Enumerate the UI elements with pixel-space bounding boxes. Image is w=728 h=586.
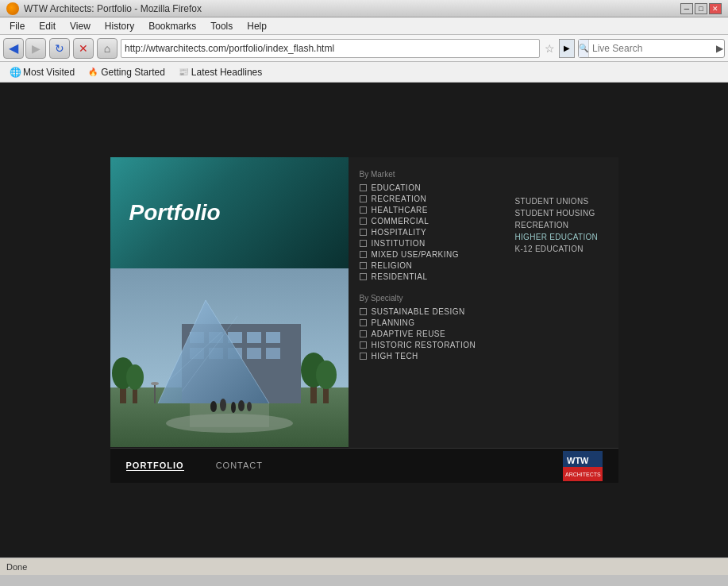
svg-rect-3 xyxy=(190,403,269,427)
building-svg xyxy=(110,268,349,447)
most-visited-icon: 🌐 xyxy=(10,67,21,78)
menu-view[interactable]: View xyxy=(64,19,97,33)
checkbox-residential[interactable] xyxy=(360,273,367,280)
svg-text:ARCHITECTS: ARCHITECTS xyxy=(565,472,601,477)
stop-button[interactable]: ✕ xyxy=(73,38,94,59)
back-button[interactable]: ◀ xyxy=(3,38,24,59)
specialty-item-high-tech[interactable]: HIGH TECH xyxy=(360,352,607,360)
label-hospitality[interactable]: HOSPITALITY xyxy=(372,228,427,237)
refresh-button[interactable]: ↻ xyxy=(49,38,70,59)
nav-bar: ◀ ▶ ↻ ✕ ⌂ http://wtwarchitects.com/portf… xyxy=(0,35,728,62)
submenu-student-unions[interactable]: STUDENT UNIONS xyxy=(515,197,611,206)
checkbox-historic[interactable] xyxy=(360,341,367,349)
svg-point-28 xyxy=(210,401,217,412)
home-button[interactable]: ⌂ xyxy=(97,38,117,59)
label-education[interactable]: EDUCATION xyxy=(372,183,422,192)
title-bar: WTW Architects: Portfolio - Mozilla Fire… xyxy=(0,0,728,17)
submenu-panel: STUDENT UNIONS STUDENT HOUSING RECREATIO… xyxy=(507,157,618,264)
specialty-item-sustainable[interactable]: SUSTAINABLE DESIGN xyxy=(360,307,607,316)
search-go-button[interactable]: ▶ xyxy=(715,40,724,57)
search-engine-icon[interactable]: 🔍 xyxy=(579,40,589,57)
status-bar: Done xyxy=(0,557,728,575)
checkbox-healthcare[interactable] xyxy=(360,206,367,214)
specialty-item-adaptive[interactable]: ADAPTIVE REUSE xyxy=(360,330,607,338)
svg-rect-8 xyxy=(247,332,261,343)
menu-bookmarks[interactable]: Bookmarks xyxy=(142,19,202,33)
submenu-student-housing[interactable]: STUDENT HOUSING xyxy=(515,209,611,218)
bookmark-star-button[interactable]: ☆ xyxy=(541,39,557,58)
checkbox-sustainable[interactable] xyxy=(360,308,367,315)
label-high-tech[interactable]: HIGH TECH xyxy=(372,352,418,360)
svg-rect-13 xyxy=(247,348,261,359)
label-planning[interactable]: PLANNING xyxy=(372,318,415,327)
address-bar[interactable]: http://wtwarchitects.com/portfolio/index… xyxy=(121,39,540,58)
checkbox-commercial[interactable] xyxy=(360,218,367,225)
portfolio-header: Portfolio xyxy=(110,157,349,268)
checkbox-planning[interactable] xyxy=(360,319,367,326)
bookmark-getting-started[interactable]: 🔥 Getting Started xyxy=(83,65,170,79)
bookmarks-bar: 🌐 Most Visited 🔥 Getting Started 📰 Lates… xyxy=(0,62,728,83)
submenu-k12-education[interactable]: K-12 EDUCATION xyxy=(515,245,611,253)
bookmark-most-visited[interactable]: 🌐 Most Visited xyxy=(5,65,79,79)
label-mixed-use[interactable]: MIXED USE/PARKING xyxy=(372,250,460,259)
status-text: Done xyxy=(6,562,27,572)
getting-started-icon: 🔥 xyxy=(87,67,98,78)
wtw-logo-svg: WTW ARCHITECTS xyxy=(563,451,603,481)
by-specialty-title: By Specialty xyxy=(360,294,607,303)
close-button[interactable]: ✕ xyxy=(709,3,722,14)
menu-tools[interactable]: Tools xyxy=(204,19,239,33)
checkbox-institution[interactable] xyxy=(360,240,367,247)
nav-contact[interactable]: CONTACT xyxy=(216,461,263,471)
checkbox-adaptive[interactable] xyxy=(360,330,367,337)
svg-rect-33 xyxy=(154,384,156,403)
label-institution[interactable]: INSTITUTION xyxy=(372,239,426,248)
menu-bar: File Edit View History Bookmarks Tools H… xyxy=(0,17,728,35)
label-recreation[interactable]: RECREATION xyxy=(372,195,427,203)
bookmark-latest-headlines-label: Latest Headlines xyxy=(191,67,262,78)
specialty-item-historic[interactable]: HISTORIC RESTORATION xyxy=(360,341,607,349)
by-specialty-list: SUSTAINABLE DESIGN PLANNING ADAPTIVE REU… xyxy=(360,307,607,360)
window-title: WTW Architects: Portfolio - Mozilla Fire… xyxy=(24,3,202,14)
label-historic[interactable]: HISTORIC RESTORATION xyxy=(372,341,476,349)
bookmark-latest-headlines[interactable]: 📰 Latest Headlines xyxy=(173,65,267,79)
svg-point-27 xyxy=(316,360,337,389)
svg-point-23 xyxy=(126,364,144,390)
go-button[interactable]: ▶ xyxy=(559,39,575,58)
svg-text:WTW: WTW xyxy=(567,456,589,465)
submenu-recreation[interactable]: RECREATION xyxy=(515,221,611,229)
checkbox-recreation[interactable] xyxy=(360,195,367,202)
label-healthcare[interactable]: HEALTHCARE xyxy=(372,206,429,214)
label-religion[interactable]: RELIGION xyxy=(372,261,413,270)
submenu-higher-education[interactable]: HIGHER EDUCATION xyxy=(515,233,611,241)
svg-point-31 xyxy=(238,400,245,411)
svg-rect-14 xyxy=(266,348,280,359)
checkbox-education[interactable] xyxy=(360,184,367,191)
label-commercial[interactable]: COMMERCIAL xyxy=(372,217,429,226)
search-input[interactable] xyxy=(589,43,715,54)
label-adaptive[interactable]: ADAPTIVE REUSE xyxy=(372,330,446,338)
minimize-button[interactable]: ─ xyxy=(680,3,693,14)
latest-headlines-icon: 📰 xyxy=(178,67,189,78)
checkbox-high-tech[interactable] xyxy=(360,353,367,360)
checkbox-hospitality[interactable] xyxy=(360,229,367,236)
menu-file[interactable]: File xyxy=(3,19,31,33)
portfolio-image xyxy=(110,268,349,447)
checkbox-religion[interactable] xyxy=(360,262,367,269)
market-item-residential[interactable]: RESIDENTIAL xyxy=(360,272,607,281)
menu-help[interactable]: Help xyxy=(241,19,273,33)
label-residential[interactable]: RESIDENTIAL xyxy=(372,272,428,281)
portfolio-container: Portfolio xyxy=(110,157,618,483)
search-bar[interactable]: 🔍 ▶ xyxy=(578,39,725,58)
checkbox-mixed-use[interactable] xyxy=(360,251,367,258)
bottom-bar: PORTFOLIO CONTACT WTW ARCHITECTS xyxy=(110,448,618,483)
forward-button[interactable]: ▶ xyxy=(25,38,46,59)
specialty-item-planning[interactable]: PLANNING xyxy=(360,318,607,327)
menu-edit[interactable]: Edit xyxy=(33,19,62,33)
bookmark-getting-started-label: Getting Started xyxy=(101,67,165,78)
maximize-button[interactable]: □ xyxy=(695,3,707,14)
label-sustainable[interactable]: SUSTAINABLE DESIGN xyxy=(372,307,465,316)
nav-portfolio[interactable]: PORTFOLIO xyxy=(126,461,184,471)
menu-history[interactable]: History xyxy=(98,19,141,33)
window-controls: ─ □ ✕ xyxy=(680,3,722,14)
portfolio-title: Portfolio xyxy=(129,200,221,226)
